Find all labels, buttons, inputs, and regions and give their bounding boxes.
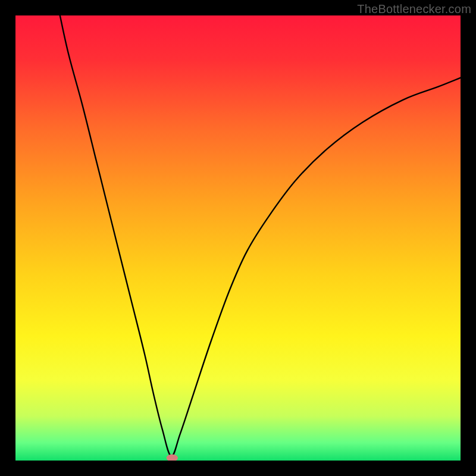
chart-svg (15, 15, 461, 461)
chart-background (15, 15, 461, 461)
watermark-label: TheBottlenecker.com (357, 2, 471, 16)
chart-frame (15, 15, 461, 461)
